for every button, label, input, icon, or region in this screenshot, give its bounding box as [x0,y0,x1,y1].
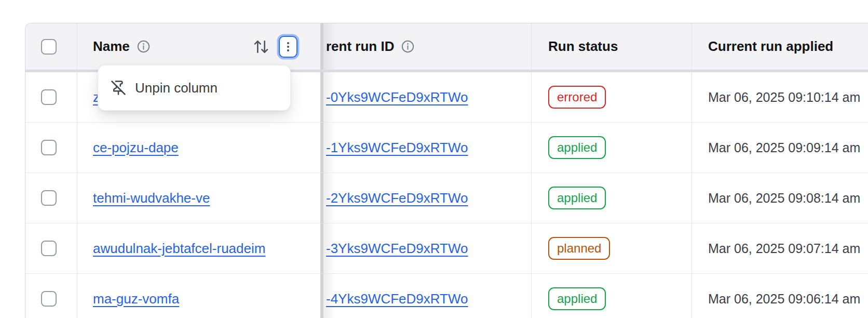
row-checkbox-cell [25,123,77,173]
run-status-cell: planned [532,223,692,273]
status-badge: planned [548,237,610,260]
current-run-applied-cell: Mar 06, 2025 09:06:14 am [692,274,868,318]
run-id-cell: -0Yks9WCFeD9xRTWo [323,72,532,122]
run-status-cell: applied [532,123,692,173]
menu-item-label: Unpin column [135,80,218,96]
row-checkbox[interactable] [41,190,57,206]
sort-arrows-icon[interactable] [253,38,269,55]
name-link[interactable]: ma-guz-vomfa [93,291,179,307]
current-run-applied-column-label: Current run applied [708,38,833,55]
name-cell: awudulnak-jebtafcel-ruadeim [77,223,320,273]
table-row: ma-guz-vomfa -4Yks9WCFeD9xRTWo applied M… [25,274,868,318]
run-id-column-header: rent run ID [323,23,532,70]
pinned-column-divider [320,274,323,318]
row-checkbox-cell [25,274,77,318]
current-run-applied-cell: Mar 06, 2025 09:08:14 am [692,173,868,223]
row-checkbox[interactable] [41,241,57,256]
row-checkbox[interactable] [41,140,57,155]
select-all-checkbox[interactable] [41,39,57,55]
pinned-column-divider [320,223,323,273]
table-row: ce-pojzu-dape -1Yks9WCFeD9xRTWo applied … [25,123,868,173]
run-id-link[interactable]: -3Yks9WCFeD9xRTWo [326,241,468,257]
pin-off-icon [111,80,126,96]
pinned-column-divider [320,123,323,173]
row-checkbox[interactable] [41,291,57,307]
run-status-cell: errored [532,72,692,122]
name-cell: ma-guz-vomfa [77,274,320,318]
pinned-column-divider[interactable] [320,23,323,70]
status-badge: applied [548,187,606,209]
run-id-cell: -1Yks9WCFeD9xRTWo [323,123,532,173]
name-cell: tehmi-wudvakhe-ve [77,173,320,223]
column-context-menu: Unpin column [98,65,291,111]
row-checkbox-cell [25,223,77,273]
pinned-column-divider [320,173,323,223]
status-badge: applied [548,136,606,159]
status-badge: errored [548,86,606,109]
current-run-applied-cell: Mar 06, 2025 09:10:14 am [692,72,868,122]
run-id-column-label: rent run ID [326,38,394,55]
run-status-cell: applied [532,274,692,318]
row-checkbox[interactable] [41,89,57,105]
name-column-header: Name [77,23,320,70]
run-id-link[interactable]: -0Yks9WCFeD9xRTWo [326,89,468,105]
header-checkbox-cell [25,23,77,70]
column-menu-button[interactable] [279,36,297,58]
name-cell: ce-pojzu-dape [77,123,320,173]
name-link[interactable]: tehmi-wudvakhe-ve [93,190,210,206]
run-id-cell: -2Yks9WCFeD9xRTWo [323,173,532,223]
row-checkbox-cell [25,173,77,223]
name-link[interactable]: ce-pojzu-dape [93,140,179,156]
current-run-applied-cell: Mar 06, 2025 09:07:14 am [692,223,868,273]
table-row: awudulnak-jebtafcel-ruadeim -3Yks9WCFeD9… [25,223,868,274]
applied-timestamp: Mar 06, 2025 09:06:14 am [708,292,860,307]
run-id-link[interactable]: -2Yks9WCFeD9xRTWo [326,190,468,206]
pinned-column-divider [320,72,323,122]
run-id-link[interactable]: -1Yks9WCFeD9xRTWo [326,140,468,156]
run-status-column-header: Run status [532,23,692,70]
info-icon[interactable] [401,39,415,54]
runs-table-screen: Name rent run ID [0,0,868,318]
menu-item-unpin-column[interactable]: Unpin column [98,65,290,110]
applied-timestamp: Mar 06, 2025 09:08:14 am [708,191,860,206]
applied-timestamp: Mar 06, 2025 09:07:14 am [708,241,860,256]
current-run-applied-column-header: Current run applied [692,23,868,70]
applied-timestamp: Mar 06, 2025 09:09:14 am [708,140,860,155]
run-id-cell: -3Yks9WCFeD9xRTWo [323,223,532,273]
table-row: tehmi-wudvakhe-ve -2Yks9WCFeD9xRTWo appl… [25,173,868,223]
name-link[interactable]: awudulnak-jebtafcel-ruadeim [93,241,265,257]
info-icon[interactable] [137,39,151,54]
status-badge: applied [548,287,606,310]
kebab-menu-icon [282,41,294,53]
name-column-label: Name [93,38,130,55]
current-run-applied-cell: Mar 06, 2025 09:09:14 am [692,123,868,173]
applied-timestamp: Mar 06, 2025 09:10:14 am [708,90,860,105]
run-status-column-label: Run status [548,38,618,55]
run-id-cell: -4Yks9WCFeD9xRTWo [323,274,532,318]
run-id-link[interactable]: -4Yks9WCFeD9xRTWo [326,291,468,307]
row-checkbox-cell [25,72,77,122]
run-status-cell: applied [532,173,692,223]
